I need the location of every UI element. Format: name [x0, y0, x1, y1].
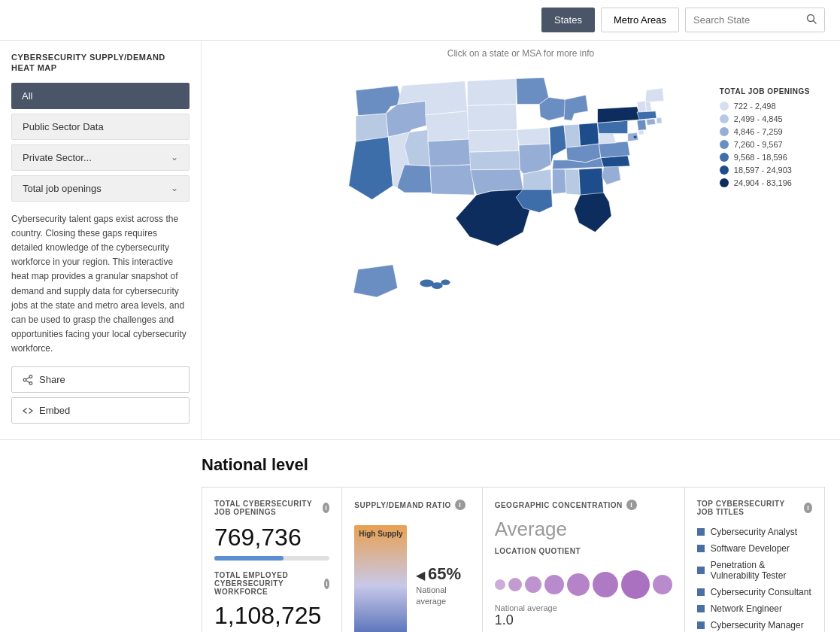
state-hi-3[interactable]	[441, 280, 450, 285]
job-item-2: Software Developer	[697, 540, 812, 557]
state-ak[interactable]	[353, 265, 398, 297]
job-item-6: Cybersecurity Manager	[697, 617, 812, 632]
sd-indicator: ◀ 65% National average	[416, 564, 469, 606]
bubble-2	[508, 578, 522, 591]
card-geo: GEOGRAPHIC CONCENTRATION i Average LOCAT…	[483, 488, 685, 632]
legend-label-3: 4,846 - 7,259	[734, 127, 783, 136]
state-mi[interactable]	[564, 95, 588, 120]
state-ca[interactable]	[349, 137, 393, 199]
state-nd[interactable]	[467, 79, 516, 106]
state-sd[interactable]	[467, 105, 517, 131]
job-square-1	[697, 528, 705, 536]
legend-label-6: 18,597 - 24,903	[734, 166, 792, 175]
job-square-2	[697, 545, 705, 552]
national-title: National level	[202, 455, 825, 475]
filter-total-openings-label: Total job openings	[23, 183, 102, 194]
info-icon-job-openings[interactable]: i	[323, 503, 329, 513]
description-text: Cybersecurity talent gaps exist across t…	[11, 212, 190, 357]
card-label-supply-demand: SUPPLY/DEMAND RATIO i	[354, 500, 469, 510]
state-il[interactable]	[550, 125, 566, 165]
card-label-geo: GEOGRAPHIC CONCENTRATION i	[495, 500, 672, 510]
legend-item-6: 18,597 - 24,903	[720, 166, 810, 175]
state-mo[interactable]	[519, 144, 551, 174]
state-ut[interactable]	[405, 130, 430, 166]
bubble-3	[525, 576, 541, 593]
state-md[interactable]	[628, 132, 638, 141]
state-in[interactable]	[564, 124, 581, 147]
big-number-job-openings: 769,736	[214, 524, 329, 551]
legend-dot-5	[720, 153, 729, 162]
info-icon-workforce[interactable]: i	[324, 579, 329, 589]
map-area: Click on a state or MSA for more info	[202, 41, 840, 439]
info-icon-supply-demand[interactable]: i	[455, 500, 465, 510]
state-de[interactable]	[638, 130, 644, 135]
bubble-1	[495, 579, 505, 590]
top-bar: States Metro Areas	[0, 0, 840, 41]
job-label-1: Cybersecurity Analyst	[711, 527, 797, 537]
card-job-openings: TOTAL CYBERSECURITY JOB OPENINGS i 769,7…	[202, 488, 342, 632]
state-ri[interactable]	[657, 117, 662, 123]
job-label-2: Software Developer	[711, 543, 790, 554]
filter-all-button[interactable]: All	[11, 83, 190, 109]
state-sc[interactable]	[602, 165, 621, 185]
state-co[interactable]	[428, 139, 472, 166]
cards-row: TOTAL CYBERSECURITY JOB OPENINGS i 769,7…	[202, 487, 825, 632]
state-nm[interactable]	[430, 165, 475, 195]
lq-label: LOCATION QUOTIENT	[495, 547, 672, 555]
state-oh[interactable]	[579, 123, 599, 146]
legend-item-1: 722 - 2,498	[720, 102, 810, 111]
map-legend: TOTAL JOB OPENINGS 722 - 2,498 2,499 - 4…	[720, 87, 810, 191]
card-supply-demand: SUPPLY/DEMAND RATIO i High Supply Low Su…	[342, 488, 482, 632]
state-mn[interactable]	[516, 77, 548, 104]
info-icon-geo[interactable]: i	[626, 500, 637, 510]
sd-percentage: 65%	[428, 564, 461, 583]
legend-label-1: 722 - 2,498	[734, 102, 776, 111]
state-hi-2[interactable]	[432, 282, 443, 289]
state-ma[interactable]	[637, 111, 657, 120]
state-ne[interactable]	[469, 130, 519, 153]
filter-total-openings[interactable]: Total job openings ⌄	[11, 175, 190, 202]
job-label-5: Network Engineer	[711, 603, 782, 614]
share-button[interactable]: Share	[11, 366, 190, 393]
share-label: Share	[39, 374, 65, 385]
job-item-1: Cybersecurity Analyst	[697, 524, 812, 540]
chevron-down-icon: ⌄	[171, 152, 178, 163]
share-icon	[23, 375, 33, 385]
embed-button[interactable]: Embed	[11, 397, 190, 424]
job-item-3: Penetration & Vulnerability Tester	[697, 557, 812, 584]
state-al[interactable]	[565, 169, 580, 195]
state-nj[interactable]	[637, 120, 646, 131]
filter-public-sector-label: Public Sector Data	[23, 121, 104, 132]
state-me[interactable]	[645, 88, 664, 102]
filter-private-sector[interactable]: Private Sector... ⌄	[11, 144, 190, 171]
svg-point-3	[29, 382, 32, 385]
search-icon-button[interactable]	[799, 8, 824, 32]
state-va[interactable]	[599, 141, 629, 158]
tab-states[interactable]: States	[541, 8, 595, 32]
job-label-3: Penetration & Vulnerability Tester	[711, 560, 812, 581]
state-fl[interactable]	[575, 193, 611, 232]
state-vt[interactable]	[637, 101, 646, 112]
svg-line-1	[814, 21, 817, 24]
state-ks[interactable]	[470, 150, 520, 169]
job-label-4: Cybersecurity Consultant	[711, 587, 811, 597]
legend-item-7: 24,904 - 83,196	[720, 178, 810, 187]
state-ms[interactable]	[553, 169, 567, 194]
state-ct[interactable]	[646, 119, 655, 126]
info-icon-top-jobs[interactable]: i	[804, 503, 812, 513]
svg-point-4	[23, 378, 26, 381]
state-wy[interactable]	[426, 111, 470, 141]
search-input[interactable]	[686, 9, 799, 31]
state-ny[interactable]	[598, 107, 642, 123]
state-wv[interactable]	[599, 132, 616, 144]
filter-public-sector[interactable]: Public Sector Data	[11, 114, 190, 140]
state-ia[interactable]	[517, 127, 550, 144]
state-dc[interactable]	[634, 136, 637, 138]
legend-dot-6	[720, 166, 729, 175]
progress-bar-bg-openings	[214, 556, 329, 561]
legend-dot-2	[720, 114, 729, 123]
bubbles-row	[495, 570, 672, 599]
legend-item-5: 9,568 - 18,596	[720, 153, 810, 162]
tab-metro-areas[interactable]: Metro Areas	[601, 8, 679, 32]
legend-label-2: 2,499 - 4,845	[734, 114, 783, 123]
